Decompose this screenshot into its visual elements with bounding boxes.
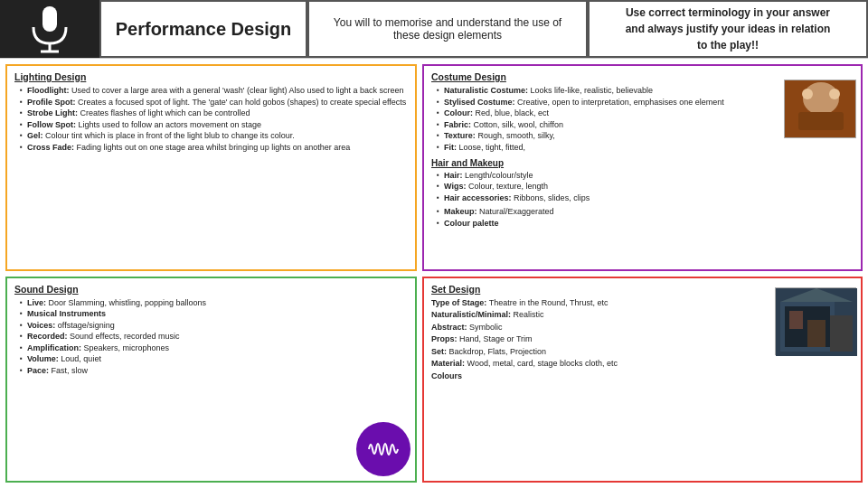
list-item: Follow Spot: Lights used to follow an ac…: [20, 119, 408, 131]
costume-image: [784, 80, 856, 138]
sound-list: Live: Door Slamming, whistling, popping …: [14, 297, 408, 377]
svg-rect-13: [830, 315, 853, 352]
list-item: Wigs: Colour, texture, length: [437, 181, 854, 192]
microphone-icon: [23, 2, 77, 56]
list-item: Recorded: Sound effects, recorded music: [20, 331, 408, 343]
list-item: Hair accessories: Ribbons, slides, clips: [437, 192, 854, 204]
makeup-list: Makeup: Natural/Exaggerated Colour palet…: [431, 206, 854, 229]
list-item: Amplification: Speakers, microphones: [20, 343, 408, 354]
list-item: Fit: Loose, tight, fitted,: [437, 142, 772, 154]
right-instruction-text: Use correct terminology in your answeran…: [626, 5, 831, 53]
list-item: Voices: offstage/signing: [20, 320, 408, 332]
left-column: Lighting Design Floodlight: Used to cove…: [5, 64, 417, 483]
sound-section: Sound Design Live: Door Slamming, whistl…: [5, 277, 417, 483]
list-item: Pace: Fast, slow: [20, 365, 408, 377]
header: Performance Design You will to memorise …: [0, 0, 868, 59]
list-item: Makeup: Natural/Exaggerated: [437, 206, 854, 218]
lighting-list: Floodlight: Used to cover a large area w…: [14, 85, 408, 154]
set-image: [775, 287, 856, 355]
right-instruction-box: Use correct terminology in your answeran…: [588, 0, 868, 58]
header-icon-area: [0, 0, 99, 58]
list-item: Cross Fade: Fading lights out on one sta…: [20, 142, 408, 154]
list-item: Strobe Light: Creates flashes of light w…: [20, 108, 408, 119]
hair-makeup-title: Hair and Makeup: [431, 158, 854, 168]
list-item: Stylised Costume: Creative, open to inte…: [437, 97, 772, 108]
list-item: Hair: Length/colour/style: [437, 170, 854, 182]
list-item: Texture: Rough, smooth, silky,: [437, 130, 772, 142]
waveform-icon: [356, 422, 410, 476]
list-item: Volume: Loud, quiet: [20, 353, 408, 365]
page-title: Performance Design: [116, 19, 292, 40]
costume-section: Costume Design Naturalistic Costume: Loo…: [422, 64, 863, 271]
subtitle-text: You will to memorise and understand the …: [323, 16, 572, 42]
list-item: Live: Door Slamming, whistling, popping …: [20, 297, 408, 309]
list-item: Profile Spot: Creates a focused spot of …: [20, 97, 408, 108]
subtitle-box: You will to memorise and understand the …: [307, 0, 588, 58]
list-item: Naturalistic Costume: Looks life-like, r…: [437, 85, 772, 97]
list-item: Colour: Red, blue, black, ect: [437, 108, 772, 119]
list-item: Fabric: Cotton, silk, wool, chiffon: [437, 119, 772, 131]
svg-rect-11: [789, 311, 803, 329]
svg-point-6: [802, 89, 813, 99]
lighting-section: Lighting Design Floodlight: Used to cove…: [5, 64, 417, 271]
title-box: Performance Design: [99, 0, 307, 58]
set-section: Set Design Type of Stage: Theatre in the…: [422, 277, 863, 483]
svg-point-7: [829, 89, 840, 99]
svg-rect-12: [807, 320, 826, 347]
list-item: Colour palette: [437, 218, 854, 230]
svg-rect-5: [798, 112, 844, 130]
costume-list: Naturalistic Costume: Looks life-like, r…: [431, 85, 772, 154]
list-item: Musical Instruments: [20, 308, 408, 320]
right-column: Costume Design Naturalistic Costume: Loo…: [422, 64, 863, 483]
sound-title: Sound Design: [14, 284, 408, 295]
list-item: Floodlight: Used to cover a large area w…: [20, 85, 408, 97]
lighting-title: Lighting Design: [14, 71, 408, 82]
set-content: Type of Stage: Theatre in the Round, Thr…: [431, 297, 763, 383]
svg-rect-0: [42, 6, 57, 32]
main-content: Lighting Design Floodlight: Used to cove…: [0, 59, 868, 488]
list-item: Gel: Colour tint which is place in front…: [20, 130, 408, 142]
hair-list: Hair: Length/colour/style Wigs: Colour, …: [431, 170, 854, 204]
